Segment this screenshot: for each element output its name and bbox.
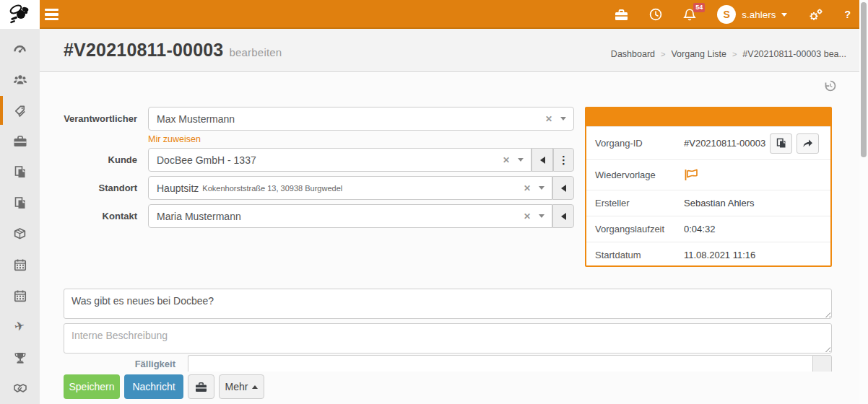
copy-icon <box>776 138 786 149</box>
page-title: #V20210811-00003bearbeiten <box>64 40 282 61</box>
startdatum-label: Startdatum <box>595 250 684 260</box>
clear-icon[interactable] <box>542 114 555 124</box>
verantwortlicher-select[interactable]: Max Mustermann <box>148 107 574 131</box>
message-button[interactable]: Nachricht <box>124 374 183 399</box>
laufzeit-value: 0:04:32 <box>684 224 715 234</box>
sidebar-item-users[interactable] <box>0 64 40 95</box>
sidebar-item-dashboard[interactable] <box>0 33 40 64</box>
kunde-more-options-button[interactable] <box>553 148 574 172</box>
trophy-icon <box>14 351 27 364</box>
briefcase-icon <box>13 135 27 148</box>
documents-icon <box>14 165 27 179</box>
standort-select[interactable]: Hauptsitz Kokenhorststraße 13, 30938 Bur… <box>148 176 552 200</box>
more-button-label: Mehr <box>225 381 248 392</box>
beschreibung-textarea[interactable]: Was gibt es neues bei Docbee? <box>64 289 832 319</box>
share-button[interactable] <box>797 133 819 154</box>
sidebar-item-vorlagen[interactable] <box>0 188 40 219</box>
laufzeit-label: Vorgangslaufzeit <box>595 224 684 234</box>
vorgang-edit-form: Verantwortlicher Max Mustermann Mir zuwe… <box>40 72 859 404</box>
kontakt-value: Maria Mustermann <box>157 211 241 222</box>
breadcrumb: Dashboard > Vorgang Liste > #V20210811-0… <box>611 49 846 59</box>
breadcrumb-vorgang-liste[interactable]: Vorgang Liste <box>671 49 726 59</box>
copy-button[interactable] <box>770 133 792 154</box>
history-undo-icon[interactable] <box>824 79 838 94</box>
calendar-icon <box>14 289 27 302</box>
app-window: 54 S s.ahlers ? <box>0 0 868 404</box>
share-arrow-icon <box>802 139 813 148</box>
page-title-bar: #V20210811-00003bearbeiten Dashboard > V… <box>40 29 859 72</box>
help-icon[interactable]: ? <box>844 9 851 20</box>
kontakt-back-button[interactable] <box>552 204 574 228</box>
handshake-icon <box>13 383 27 395</box>
save-button[interactable]: Speichern <box>64 374 120 399</box>
dashboard-gauge-icon <box>13 42 27 56</box>
package-cube-icon <box>13 227 27 241</box>
caret-left-icon <box>561 213 566 220</box>
notifications-bell-icon[interactable]: 54 <box>683 8 696 22</box>
clear-icon[interactable] <box>521 211 534 221</box>
flag-icon[interactable] <box>684 169 700 181</box>
chevron-down-icon <box>560 117 566 120</box>
panel-row-ersteller: Ersteller Sebastian Ahlers <box>586 190 830 216</box>
chevron-down-icon <box>518 158 524 162</box>
assign-to-me-link[interactable]: Mir zuweisen <box>148 134 201 144</box>
topbar-actions: 54 S s.ahlers ? <box>615 0 851 29</box>
clear-icon[interactable] <box>500 155 513 165</box>
sidebar-item-reisen[interactable]: ✈ <box>0 311 40 342</box>
more-button[interactable]: Mehr <box>219 374 264 399</box>
kontakt-label: Kontakt <box>40 211 137 221</box>
vorgang-id-label: Vorgang-ID <box>595 138 684 149</box>
kunde-select[interactable]: DocBee GmbH - 1337 <box>148 148 531 172</box>
chevron-up-icon <box>252 385 258 389</box>
verantwortlicher-value: Max Mustermann <box>157 113 235 125</box>
documents-icon <box>14 196 27 210</box>
caret-left-icon <box>540 157 545 164</box>
sidebar: ✈ <box>0 29 40 404</box>
sidebar-item-vorgaenge[interactable] <box>0 95 40 126</box>
briefcase-button[interactable] <box>188 374 214 399</box>
sidebar-item-kalender[interactable] <box>0 250 40 281</box>
sidebar-item-erfolge[interactable] <box>0 342 40 373</box>
ersteller-label: Ersteller <box>595 198 684 208</box>
bee-icon <box>8 4 32 25</box>
menu-toggle-button[interactable] <box>45 8 58 21</box>
kunde-back-button[interactable] <box>531 148 553 172</box>
wiedervorlage-label: Wiedervorlage <box>595 170 684 180</box>
standort-value: Hauptsitz <box>157 183 199 194</box>
vorgang-info-panel: Vorgang-ID #V20210811-00003 Wiedervorlag… <box>585 107 832 267</box>
caret-left-icon <box>561 185 566 192</box>
faelligkeit-label: Fälligkeit <box>40 359 175 369</box>
sidebar-item-partner[interactable] <box>0 373 40 404</box>
calendar-icon <box>14 258 27 271</box>
docbee-bee-logo[interactable] <box>0 0 40 29</box>
sidebar-item-termine[interactable] <box>0 281 40 312</box>
panel-row-wiedervorlage: Wiedervorlage <box>586 159 830 190</box>
time-clock-icon[interactable] <box>649 8 662 21</box>
kunde-value: DocBee GmbH - 1337 <box>157 154 256 166</box>
page-scrollbar[interactable] <box>859 0 868 404</box>
vorgang-id-value: #V20210811-00003 <box>684 138 765 149</box>
breadcrumb-current: #V20210811-00003 bea... <box>742 49 846 59</box>
sidebar-item-produkte[interactable] <box>0 219 40 250</box>
kunde-label: Kunde <box>40 154 137 165</box>
settings-gears-icon[interactable] <box>808 8 823 22</box>
sidebar-item-projekte[interactable] <box>0 126 40 157</box>
breadcrumb-dashboard[interactable]: Dashboard <box>611 49 655 59</box>
breadcrumb-separator: > <box>661 50 665 58</box>
standort-back-button[interactable] <box>552 176 574 200</box>
panel-row-laufzeit: Vorgangslaufzeit 0:04:32 <box>586 216 830 242</box>
panel-row-vorgang-id: Vorgang-ID #V20210811-00003 <box>586 126 830 159</box>
kontakt-select[interactable]: Maria Mustermann <box>148 204 552 228</box>
briefcase-icon[interactable] <box>615 9 628 21</box>
verantwortlicher-label: Verantwortlicher <box>40 113 137 124</box>
interne-beschreibung-textarea[interactable] <box>64 323 832 354</box>
scrollbar-thumb[interactable] <box>861 2 867 157</box>
sidebar-item-dokumente[interactable] <box>0 157 40 188</box>
ersteller-value: Sebastian Ahlers <box>684 198 755 208</box>
panel-row-startdatum: Startdatum 11.08.2021 11:16 <box>586 242 830 268</box>
clear-icon[interactable] <box>521 183 534 193</box>
standort-label: Standort <box>40 183 137 193</box>
user-menu[interactable]: S s.ahlers <box>717 5 787 24</box>
action-bar: Speichern Nachricht Mehr <box>40 372 859 404</box>
standort-address: Kokenhorststraße 13, 30938 Burgwedel <box>202 184 342 193</box>
